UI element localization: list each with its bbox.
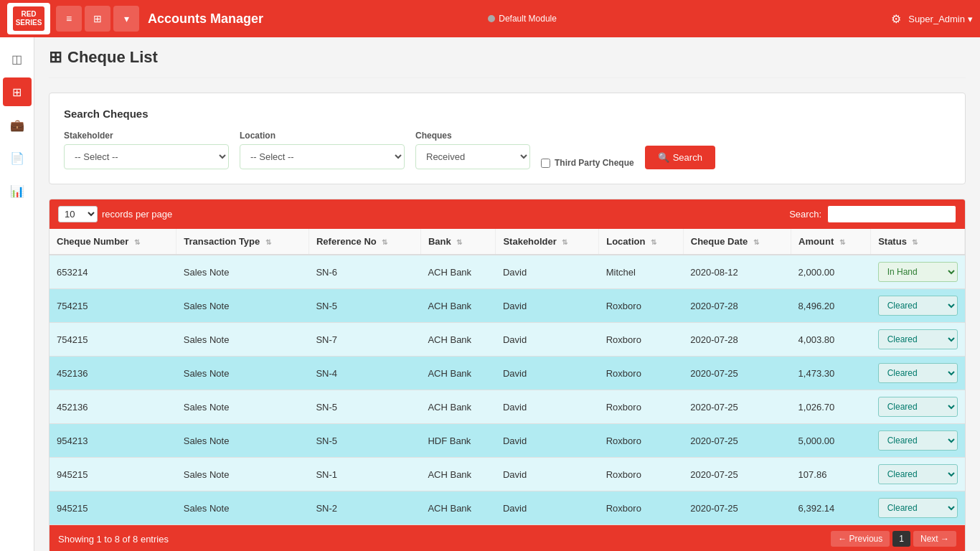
status-select[interactable]: Cleared In Hand <box>878 329 958 349</box>
table-footer: Showing 1 to 8 of 8 entries ← Previous 1… <box>50 525 965 551</box>
cell-amount: 1,473.30 <box>791 357 871 390</box>
chevron-button[interactable]: ▾ <box>113 6 139 32</box>
cell-transaction-type: Sales Note <box>176 491 309 525</box>
location-label: Location <box>240 131 405 141</box>
col-status[interactable]: Status ⇅ <box>871 229 965 255</box>
third-party-text: Third Party Cheque <box>555 158 634 168</box>
col-cheque-date[interactable]: Cheque Date ⇅ <box>683 229 791 255</box>
showing-info: Showing 1 to 8 of 8 entries <box>58 534 169 545</box>
content-area: ⊞ Cheque List Search Cheques Stakeholder… <box>34 37 980 551</box>
records-per-page-select[interactable]: 10 25 50 <box>58 206 98 222</box>
cell-bank: ACH Bank <box>420 357 496 390</box>
sort-arrow-cheque: ⇅ <box>134 238 140 246</box>
page-title: Cheque List <box>67 48 158 67</box>
sort-arrow-amount: ⇅ <box>839 238 845 246</box>
col-stakeholder[interactable]: Stakeholder ⇅ <box>496 229 599 255</box>
sort-arrow-stakeholder: ⇅ <box>562 238 567 246</box>
cell-transaction-type: Sales Note <box>176 424 309 458</box>
document-icon: 📄 <box>10 151 24 165</box>
cell-reference-no: SN-4 <box>308 357 420 390</box>
gear-icon[interactable]: ⚙ <box>891 12 901 26</box>
user-dropdown[interactable]: Super_Admin ▾ <box>908 14 973 24</box>
cell-status[interactable]: Cleared In Hand <box>871 289 965 323</box>
location-select[interactable]: -- Select -- <box>240 144 405 169</box>
prev-button[interactable]: ← Previous <box>831 531 890 547</box>
search-panel: Search Cheques Stakeholder -- Select -- … <box>49 93 966 184</box>
stakeholder-field: Stakeholder -- Select -- <box>64 131 229 169</box>
third-party-label[interactable]: Third Party Cheque <box>541 158 634 168</box>
table-row: 452136 Sales Note SN-5 ACH Bank David Ro… <box>50 390 965 424</box>
search-label: Search: <box>789 209 821 220</box>
cell-amount: 5,000.00 <box>791 424 871 458</box>
cell-status[interactable]: Cleared In Hand <box>871 390 965 424</box>
col-reference-no[interactable]: Reference No ⇅ <box>308 229 420 255</box>
cell-status[interactable]: Cleared In Hand <box>871 424 965 458</box>
module-indicator: Default Module <box>488 14 557 24</box>
col-location[interactable]: Location ⇅ <box>599 229 684 255</box>
sidebar-item-chart[interactable]: 📊 <box>3 176 32 205</box>
sort-arrow-reference: ⇅ <box>382 238 387 246</box>
cheques-label: Cheques <box>415 131 530 141</box>
status-select[interactable]: Cleared In Hand <box>878 464 958 484</box>
col-transaction-type[interactable]: Transaction Type ⇅ <box>176 229 309 255</box>
cell-cheque-date: 2020-07-28 <box>683 289 791 323</box>
cell-location: Roxboro <box>599 289 684 323</box>
status-select[interactable]: Cleared In Hand <box>878 296 958 316</box>
cell-status[interactable]: Cleared In Hand <box>871 458 965 491</box>
sidebar-item-document[interactable]: 📄 <box>3 143 32 172</box>
chevron-down-icon: ▾ <box>968 14 973 24</box>
cell-cheque-number: 954213 <box>50 424 176 458</box>
status-select[interactable]: Cleared In Hand <box>878 498 958 518</box>
search-button[interactable]: 🔍 Search <box>645 146 715 169</box>
navbar-title: Accounts Manager <box>148 11 482 27</box>
status-select[interactable]: In Hand Cleared <box>878 262 958 282</box>
col-bank[interactable]: Bank ⇅ <box>420 229 496 255</box>
cell-cheque-date: 2020-07-25 <box>683 458 791 491</box>
col-cheque-number[interactable]: Cheque Number ⇅ <box>50 229 176 255</box>
cell-status[interactable]: Cleared In Hand <box>871 323 965 357</box>
cell-bank: ACH Bank <box>420 491 496 525</box>
sidebar-item-briefcase[interactable]: 💼 <box>3 110 32 139</box>
cheque-table: Cheque Number ⇅ Transaction Type ⇅ Refer… <box>50 229 965 525</box>
chart-icon: 📊 <box>10 184 24 198</box>
cell-reference-no: SN-5 <box>308 390 420 424</box>
table-search-input[interactable] <box>827 205 956 223</box>
sort-arrow-location: ⇅ <box>651 238 656 246</box>
stakeholder-label: Stakeholder <box>64 131 229 141</box>
cell-status[interactable]: In Hand Cleared <box>871 255 965 289</box>
stakeholder-select[interactable]: -- Select -- <box>64 144 229 169</box>
cell-location: Roxboro <box>599 357 684 390</box>
col-amount[interactable]: Amount ⇅ <box>791 229 871 255</box>
cell-cheque-date: 2020-07-28 <box>683 323 791 357</box>
sort-arrow-date: ⇅ <box>753 238 759 246</box>
search-panel-title: Search Cheques <box>64 108 951 120</box>
cell-bank: ACH Bank <box>420 323 496 357</box>
sidebar-item-grid[interactable]: ⊞ <box>3 77 32 106</box>
apps-button[interactable]: ⊞ <box>85 6 110 32</box>
cell-amount: 4,003.80 <box>791 323 871 357</box>
cheques-select[interactable]: Received Issued <box>415 144 530 169</box>
table-search: Search: <box>789 205 956 223</box>
cell-stakeholder: David <box>496 255 599 289</box>
table-row: 945215 Sales Note SN-1 ACH Bank David Ro… <box>50 458 965 491</box>
table-row: 754215 Sales Note SN-7 ACH Bank David Ro… <box>50 323 965 357</box>
cell-reference-no: SN-1 <box>308 458 420 491</box>
cell-stakeholder: David <box>496 323 599 357</box>
status-select[interactable]: Cleared In Hand <box>878 430 958 451</box>
cell-transaction-type: Sales Note <box>176 458 309 491</box>
sidebar-item-dashboard[interactable]: ◫ <box>3 44 32 73</box>
third-party-checkbox[interactable] <box>541 159 550 168</box>
cell-status[interactable]: Cleared In Hand <box>871 357 965 390</box>
grid-icon: ⊞ <box>12 85 22 99</box>
page-title-icon: ⊞ <box>49 48 62 67</box>
cell-cheque-number: 945215 <box>50 458 176 491</box>
menu-toggle-button[interactable]: ≡ <box>56 6 82 32</box>
cell-reference-no: SN-2 <box>308 491 420 525</box>
status-select[interactable]: Cleared In Hand <box>878 363 958 383</box>
cell-status[interactable]: Cleared In Hand <box>871 491 965 525</box>
cell-bank: ACH Bank <box>420 289 496 323</box>
cell-amount: 1,026.70 <box>791 390 871 424</box>
cell-cheque-date: 2020-07-25 <box>683 357 791 390</box>
next-button[interactable]: Next → <box>913 531 956 547</box>
status-select[interactable]: Cleared In Hand <box>878 397 958 417</box>
